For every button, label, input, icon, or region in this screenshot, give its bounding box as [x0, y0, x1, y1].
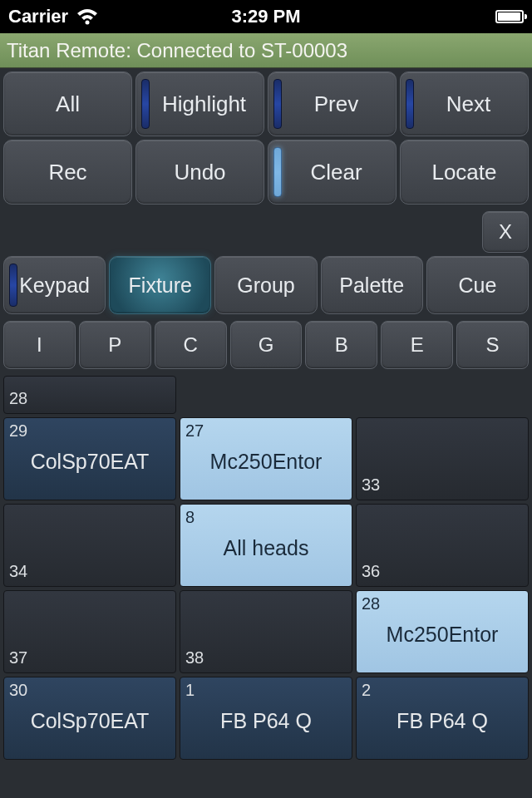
prev-button[interactable]: Prev	[268, 71, 397, 136]
clear-button[interactable]: Clear	[268, 140, 397, 204]
fixture-cell[interactable]: 33	[356, 417, 529, 500]
fixture-cell[interactable]: 34	[3, 504, 176, 587]
top-button-grid: All Highlight Prev Next Rec Undo Clear L…	[0, 68, 532, 208]
attr-colour[interactable]: C	[155, 321, 227, 369]
highlight-button[interactable]: Highlight	[135, 71, 264, 136]
attr-gobo[interactable]: G	[230, 321, 303, 369]
indicator-icon	[9, 264, 17, 307]
connection-status: Titan Remote: Connected to ST-00003	[0, 33, 532, 68]
tab-cue[interactable]: Cue	[426, 256, 529, 314]
fixture-cell[interactable]: 27 Mc250Entor	[180, 417, 352, 500]
attribute-row: I P C G B E S	[0, 318, 532, 376]
fixture-grid: 28 29 ColSp70EAT 27 Mc250Entor 33 34 8 A…	[0, 376, 532, 760]
fixture-cell[interactable]: 36	[356, 504, 529, 587]
tab-group[interactable]: Group	[214, 256, 317, 314]
fixture-cell[interactable]: 1 FB P64 Q	[180, 677, 352, 760]
carrier-label: Carrier	[8, 6, 68, 27]
battery-icon	[495, 10, 524, 23]
mode-tabs: Keypad Fixture Group Palette Cue	[0, 253, 532, 318]
undo-button[interactable]: Undo	[135, 140, 264, 204]
attr-effect[interactable]: E	[381, 321, 453, 369]
close-button[interactable]: X	[482, 211, 529, 253]
indicator-icon	[406, 79, 414, 129]
fixture-cell[interactable]: 37	[3, 590, 176, 673]
fixture-cell[interactable]: 38	[180, 590, 352, 673]
indicator-icon	[273, 147, 282, 197]
attr-position[interactable]: P	[79, 321, 151, 369]
locate-button[interactable]: Locate	[400, 140, 529, 204]
fixture-cell[interactable]: 29 ColSp70EAT	[3, 417, 176, 500]
tab-fixture[interactable]: Fixture	[109, 256, 211, 314]
tab-palette[interactable]: Palette	[321, 256, 423, 314]
fixture-cell[interactable]: 8 All heads	[180, 504, 352, 587]
svg-point-0	[86, 21, 90, 25]
rec-button[interactable]: Rec	[3, 140, 132, 204]
attr-beam[interactable]: B	[305, 321, 377, 369]
clock: 3:29 PM	[231, 6, 300, 27]
fixture-cell[interactable]: 28	[3, 376, 176, 414]
fixture-cell[interactable]: 28 Mc250Entor	[356, 590, 529, 673]
attr-intensity[interactable]: I	[3, 321, 76, 369]
wifi-icon	[76, 8, 98, 25]
x-row: X	[0, 208, 532, 253]
attr-special[interactable]: S	[456, 321, 529, 369]
all-button[interactable]: All	[3, 71, 132, 136]
indicator-icon	[141, 79, 150, 129]
status-bar: Carrier 3:29 PM	[0, 0, 532, 33]
fixture-cell[interactable]: 2 FB P64 Q	[356, 677, 529, 760]
tab-keypad[interactable]: Keypad	[3, 256, 106, 314]
fixture-cell[interactable]: 30 ColSp70EAT	[3, 677, 176, 760]
indicator-icon	[273, 79, 282, 129]
next-button[interactable]: Next	[400, 71, 529, 136]
